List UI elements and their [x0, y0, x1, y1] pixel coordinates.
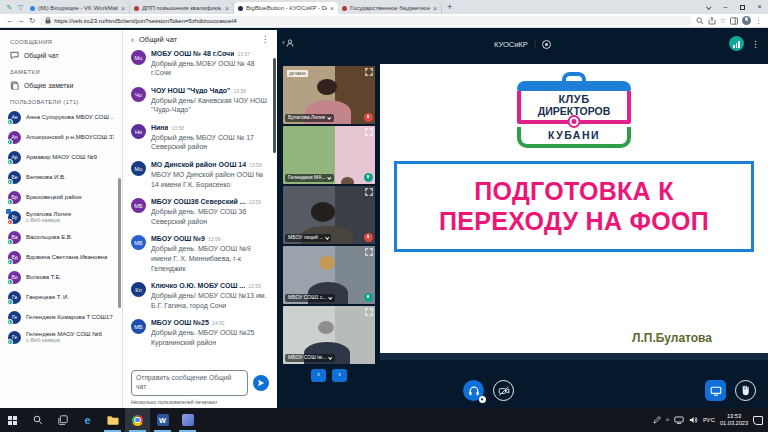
- tab-close-icon[interactable]: ×: [433, 5, 437, 12]
- user-list-item[interactable]: Вд Вдовина Светлана Ивановна: [0, 247, 122, 267]
- sidebar-scrollbar[interactable]: [118, 178, 121, 308]
- user-list-item[interactable]: Бу Булатова Лилия с-Веб-камера: [0, 207, 122, 227]
- options-menu-icon[interactable]: ⋮: [751, 39, 760, 49]
- fullscreen-icon[interactable]: [365, 68, 373, 76]
- browser-menu-icon[interactable]: ⋮: [755, 16, 762, 26]
- tab-close-icon[interactable]: ×: [225, 5, 229, 12]
- presentation-slide[interactable]: КЛУБ ДИРЕКТОРОВ КУБАНИ ПОДГОТОВКА К ПЕРЕ…: [380, 64, 768, 360]
- word-button[interactable]: W: [150, 408, 175, 432]
- browser-tab[interactable]: BigBlueButton - КУОСиКР - Del... ×: [234, 2, 338, 14]
- user-list-item[interactable]: Бе Белякова И.В.: [0, 167, 122, 187]
- webcam-name-label[interactable]: МБОУ СОШ1 с...: [285, 294, 335, 303]
- webcam-tile[interactable]: ДЕЛАЕМ Булатова.Лилия: [283, 66, 375, 124]
- tab-title: ДПП повышения квалифика...: [142, 5, 222, 11]
- close-button[interactable]: ×: [751, 0, 768, 14]
- browser-tab[interactable]: (66) Входящие - VK WorkMail ×: [26, 2, 130, 14]
- minimize-button[interactable]: –: [717, 0, 734, 14]
- user-list-item[interactable]: Во Волкова Т.Е.: [0, 267, 122, 287]
- profile-avatar[interactable]: [742, 16, 751, 25]
- volume-icon[interactable]: [689, 416, 698, 424]
- audio-options-chevron[interactable]: [479, 396, 486, 403]
- windows-taskbar: e W ^ РУС 13:53 01.03.2023: [0, 408, 768, 432]
- webcam-tile[interactable]: МБОУ СОШ №...: [283, 306, 375, 364]
- user-list-item[interactable]: Га Ганрецкая Т. И.: [0, 287, 122, 307]
- pinned-extension-icon[interactable]: ✎: [4, 2, 15, 14]
- webcam-tile[interactable]: МБОУ лицей ...: [283, 186, 375, 244]
- chat-back-icon[interactable]: ‹: [131, 36, 134, 44]
- audio-button[interactable]: [463, 380, 484, 401]
- webcam-name-label[interactable]: Геленджик МА...: [285, 174, 334, 183]
- maximize-button[interactable]: [734, 0, 751, 14]
- chat-message-input[interactable]: Отправить сообщение Общий чат: [131, 370, 248, 396]
- webcam-tile[interactable]: МБОУ СОШ1 с...: [283, 246, 375, 304]
- forward-icon[interactable]: →: [18, 16, 26, 25]
- network-icon[interactable]: [674, 416, 684, 424]
- bookmark-star-icon[interactable]: ☆: [720, 16, 726, 26]
- person-head: [311, 202, 335, 222]
- taskbar-search-button[interactable]: [25, 408, 50, 432]
- pen-icon[interactable]: [653, 416, 661, 424]
- avatar: Ап: [8, 131, 21, 144]
- user-status: с-Веб-камера: [26, 217, 71, 223]
- user-list-item[interactable]: Ге Геленджик МАОУ СОШ №6 с-Веб-камера: [0, 327, 122, 347]
- recording-indicator[interactable]: [542, 40, 551, 49]
- browser-tab[interactable]: ДПП повышения квалифика... ×: [130, 2, 234, 14]
- send-message-button[interactable]: [253, 375, 269, 391]
- chat-scrollbar[interactable]: [273, 58, 276, 153]
- side-panel-icon[interactable]: [730, 17, 738, 25]
- start-button[interactable]: [0, 408, 25, 432]
- fullscreen-icon[interactable]: [365, 128, 373, 136]
- webcam-name-label[interactable]: МБОУ лицей ...: [285, 234, 331, 243]
- connection-status-icon[interactable]: [729, 36, 744, 51]
- back-icon[interactable]: ←: [6, 16, 14, 25]
- language-indicator[interactable]: РУС: [703, 417, 715, 423]
- meeting-title[interactable]: КУОСиКР: [494, 40, 528, 49]
- fullscreen-icon[interactable]: [365, 248, 373, 256]
- tab-search-icon[interactable]: [700, 0, 717, 14]
- user-list-item[interactable]: Ва Васильцова Е.В.: [0, 227, 122, 247]
- webcam-name-label[interactable]: МБОУ СОШ №...: [285, 354, 335, 363]
- next-page-button[interactable]: ›: [332, 369, 347, 382]
- sidebar-item-public-chat[interactable]: Общий чат: [0, 47, 122, 64]
- reload-icon[interactable]: ↻: [29, 16, 35, 25]
- system-tray: ^ РУС 13:53 01.03.2023: [653, 413, 768, 427]
- logo-text-line1: КЛУБ: [521, 93, 627, 105]
- chrome-button[interactable]: [125, 408, 150, 432]
- folder-icon: [107, 415, 119, 425]
- new-tab-button[interactable]: +: [442, 2, 457, 14]
- tab-close-icon[interactable]: ×: [330, 5, 334, 12]
- user-list-item[interactable]: Ге Геленджик Комарова Т СОШ17: [0, 307, 122, 327]
- browser-tab[interactable]: Государственное бюджетное... ×: [338, 2, 442, 14]
- camera-button[interactable]: [493, 380, 514, 401]
- notes-icon: [10, 81, 19, 90]
- webcam-name-label[interactable]: Булатова.Лилия: [285, 114, 334, 123]
- file-explorer-button[interactable]: [100, 408, 125, 432]
- chat-options-icon[interactable]: ⋮: [261, 35, 269, 44]
- avatar-initials: МБ: [134, 203, 142, 209]
- tab-close-icon[interactable]: ×: [121, 5, 125, 12]
- mic-status-badge: [7, 159, 13, 165]
- fullscreen-icon[interactable]: [365, 188, 373, 196]
- screenshare-button[interactable]: [705, 380, 726, 401]
- sidebar-item-shared-notes[interactable]: Общие заметки: [0, 77, 122, 94]
- user-list-item[interactable]: Ар Армавир МАОУ СОШ №9: [0, 147, 122, 167]
- show-hidden-icons[interactable]: ^: [666, 417, 669, 424]
- lock-icon: [45, 17, 51, 24]
- share-icon[interactable]: [708, 17, 716, 25]
- action-center-icon[interactable]: [753, 416, 763, 425]
- taskbar-clock[interactable]: 13:53 01.03.2023: [720, 413, 748, 427]
- user-list-item[interactable]: Ап Апшеронский р-н,МБОУСОШ 37: [0, 127, 122, 147]
- fullscreen-icon[interactable]: [365, 308, 373, 316]
- webcam-tile[interactable]: Геленджик МА...: [283, 126, 375, 184]
- raise-hand-button[interactable]: [735, 380, 756, 401]
- prev-page-button[interactable]: ‹: [311, 369, 326, 382]
- zoom-icon[interactable]: [696, 17, 704, 25]
- app-button[interactable]: [175, 408, 200, 432]
- url-bar[interactable]: https://veb.iro23.ru/html5client/join?se…: [39, 16, 691, 26]
- webcam-name: Геленджик МА...: [288, 175, 326, 181]
- user-list-item[interactable]: Ан Анна Сухорукова МБОУ СОШ ...: [0, 107, 122, 127]
- user-list-item[interactable]: Бр Брюховецкий район: [0, 187, 122, 207]
- task-view-button[interactable]: [50, 408, 75, 432]
- pinned-extension-icon[interactable]: ▽: [15, 2, 26, 14]
- edge-button[interactable]: e: [75, 408, 100, 432]
